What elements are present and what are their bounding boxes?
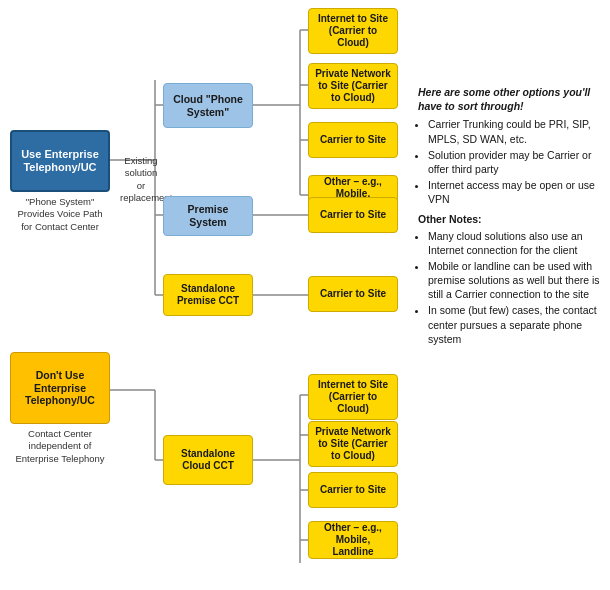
notes-item-3: Internet access may be open or use VPN bbox=[428, 178, 603, 206]
carrier-to-site-1-box: Carrier to Site bbox=[308, 122, 398, 158]
standalone-premise-box: Standalone Premise CCT bbox=[163, 274, 253, 316]
other-2-box: Other – e.g., Mobile, Landline bbox=[308, 521, 398, 559]
diagram: Use Enterprise Telephony/UC "Phone Syste… bbox=[0, 0, 610, 590]
notes-item-5: Mobile or landline can be used with prem… bbox=[428, 259, 603, 302]
notes-item-4: Many cloud solutions also use an Interne… bbox=[428, 229, 603, 257]
notes-list-2: Many cloud solutions also use an Interne… bbox=[418, 229, 603, 346]
notes-header: Here are some other options you'll have … bbox=[418, 85, 603, 113]
notes-list-1: Carrier Trunking could be PRI, SIP, MPLS… bbox=[418, 117, 603, 206]
notes-item-6: In some (but few) cases, the contact cen… bbox=[428, 303, 603, 346]
private-network-1-box: Private Network to Site (Carrier to Clou… bbox=[308, 63, 398, 109]
notes-sub-header: Other Notes: bbox=[418, 212, 603, 226]
carrier-to-site-3-box: Carrier to Site bbox=[308, 276, 398, 312]
notes-item-1: Carrier Trunking could be PRI, SIP, MPLS… bbox=[428, 117, 603, 145]
notes-panel: Here are some other options you'll have … bbox=[418, 85, 603, 352]
standalone-cloud-box: Standalone Cloud CCT bbox=[163, 435, 253, 485]
carrier-to-site-4-box: Carrier to Site bbox=[308, 472, 398, 508]
cloud-phone-box: Cloud "Phone System" bbox=[163, 83, 253, 128]
use-enterprise-sublabel: "Phone System" Provides Voice Path for C… bbox=[5, 196, 115, 233]
dont-use-enterprise-sublabel: Contact Center independent of Enterprise… bbox=[5, 428, 115, 465]
internet-to-site-2-box: Internet to Site (Carrier to Cloud) bbox=[308, 374, 398, 420]
existing-solution-label: Existing solution or replacement bbox=[120, 155, 162, 204]
use-enterprise-box: Use Enterprise Telephony/UC bbox=[10, 130, 110, 192]
premise-system-box: Premise System bbox=[163, 196, 253, 236]
carrier-to-site-2-box: Carrier to Site bbox=[308, 197, 398, 233]
dont-use-enterprise-box: Don't Use Enterprise Telephony/UC bbox=[10, 352, 110, 424]
notes-item-2: Solution provider may be Carrier or offe… bbox=[428, 148, 603, 176]
private-network-2-box: Private Network to Site (Carrier to Clou… bbox=[308, 421, 398, 467]
internet-to-site-1-box: Internet to Site (Carrier to Cloud) bbox=[308, 8, 398, 54]
